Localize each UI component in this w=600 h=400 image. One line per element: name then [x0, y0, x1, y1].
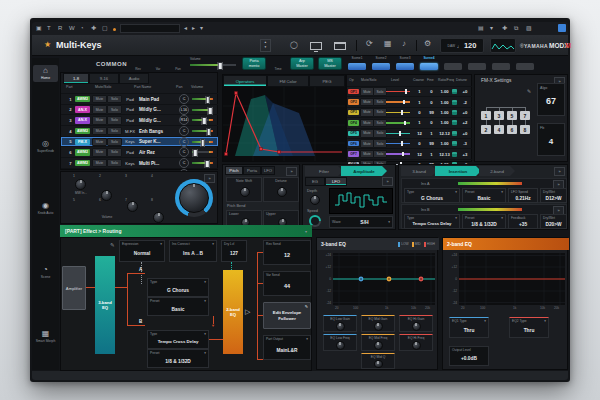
tab-amplitude[interactable]: Amplitude: [341, 166, 387, 176]
op-detune[interactable]: -3: [459, 141, 471, 146]
operator-row[interactable]: OP7MuteSolo12112.13+3: [347, 148, 472, 158]
op-fine[interactable]: 0: [426, 89, 437, 94]
op-mute-button[interactable]: Mute: [360, 108, 374, 117]
op-mute-button[interactable]: Mute: [360, 87, 374, 96]
tab-porta[interactable]: Porta: [243, 166, 261, 175]
sync-icon[interactable]: ⟳: [366, 40, 373, 48]
op-coarse[interactable]: 1: [413, 120, 426, 125]
op-mute-button[interactable]: Mute: [360, 119, 374, 128]
feedback-value[interactable]: 4: [538, 137, 564, 146]
preset-name-box[interactable]: [120, 24, 180, 33]
pan-value[interactable]: L16: [179, 105, 189, 115]
scene-button-4[interactable]: [420, 63, 438, 70]
tab-lfo[interactable]: LFO: [325, 177, 347, 186]
op-detune[interactable]: +3: [459, 152, 471, 157]
part-row[interactable]: 7AWM2MuteSoloKeysMulti Pi...C: [61, 157, 218, 168]
activate-icon[interactable]: ▣: [36, 25, 42, 31]
op-fine[interactable]: 0: [426, 100, 437, 105]
tab-parts-1-8[interactable]: 1-8: [63, 73, 89, 84]
routing-icon[interactable]: ⧉: [514, 25, 518, 31]
pitch-detune-knob[interactable]: [277, 187, 287, 197]
solo-button[interactable]: Solo: [107, 105, 122, 114]
eq-hi-gain-cell[interactable]: EQ Hi Gain: [399, 315, 433, 332]
sidebar-item-knob-auto[interactable]: ◉Knob Auto: [33, 202, 58, 215]
part-volume-slider[interactable]: [192, 98, 213, 100]
ratio-mode-badge[interactable]: [452, 131, 457, 136]
pan-value[interactable]: C: [179, 158, 189, 168]
ins-a-preset[interactable]: Basic: [463, 195, 505, 202]
op-solo-button[interactable]: Solo: [373, 98, 387, 107]
ms-master-button[interactable]: MSMaster: [318, 57, 342, 70]
operator-row[interactable]: OP2MuteSolo101.00-2: [347, 96, 472, 106]
op-solo-button[interactable]: Solo: [373, 108, 387, 117]
routing-a-type-select[interactable]: TypeG Chorus: [147, 278, 209, 297]
collapse-caret-icon[interactable]: [305, 229, 307, 234]
mute-button[interactable]: Mute: [92, 95, 107, 104]
performance-spinner[interactable]: ▴▾: [260, 39, 271, 52]
scene-button-6[interactable]: [468, 63, 486, 70]
solo-button[interactable]: Solo: [107, 127, 122, 136]
portamento-button[interactable]: Portamento: [242, 57, 266, 70]
gear-icon[interactable]: ⚙: [424, 40, 431, 48]
scene-button-7[interactable]: [492, 63, 510, 70]
ins-b-type[interactable]: Tempo Cross Delay: [405, 221, 459, 228]
solo-button[interactable]: Solo: [107, 159, 122, 168]
preset-menu-icon[interactable]: ▾: [200, 25, 203, 31]
part-volume-slider[interactable]: [192, 162, 213, 164]
op-detune[interactable]: +0: [459, 110, 471, 115]
op-mute-button[interactable]: Mute: [360, 150, 374, 159]
op-level-slider[interactable]: [386, 143, 410, 145]
tab-operators[interactable]: Operators: [223, 75, 267, 87]
arpeggio-icon[interactable]: ♪: [402, 40, 406, 48]
scene-button-2[interactable]: [372, 63, 390, 70]
ratio-mode-badge[interactable]: [452, 141, 457, 146]
lfo-wave-select[interactable]: Wave S/H: [329, 216, 393, 228]
op-solo-button[interactable]: Solo: [373, 129, 387, 138]
part-volume-slider[interactable]: [192, 130, 213, 132]
expand-icon[interactable]: ✚: [502, 25, 507, 31]
assign-knob-3[interactable]: [127, 201, 138, 212]
tab-pitch-lfo[interactable]: LFO: [261, 166, 275, 175]
op-coarse[interactable]: 0: [413, 141, 426, 146]
tab-2band[interactable]: 2-band: [479, 166, 515, 176]
expression-select[interactable]: ExpressionNormal: [119, 240, 165, 262]
eq1-type-select[interactable]: EQ1 TypeThru: [449, 317, 489, 338]
monitor-icon[interactable]: [310, 42, 322, 50]
part-row-selected[interactable]: 5FM-XMuteSoloKeysSuper K...C: [61, 136, 218, 147]
part-volume-slider[interactable]: [192, 109, 213, 111]
op-level-slider[interactable]: [386, 112, 410, 114]
grid-icon[interactable]: ▨: [526, 25, 532, 31]
eq-low-freq-cell[interactable]: EQ Low Freq: [323, 334, 357, 351]
expand-panel-icon[interactable]: »: [286, 167, 297, 176]
ratio-mode-badge[interactable]: [452, 100, 457, 105]
history-icon[interactable]: ◔: [80, 25, 84, 31]
mute-button[interactable]: Mute: [92, 105, 107, 114]
ins-connect-select[interactable]: Ins ConnectIns A→B: [169, 240, 217, 262]
eq-low-gain-cell[interactable]: EQ Low Gain: [323, 315, 357, 332]
feedback-box[interactable]: Fb 4: [537, 123, 565, 156]
part-row[interactable]: 1AWM2MuteSoloPadMain PadC: [61, 93, 218, 104]
op-detune[interactable]: +0: [459, 131, 471, 136]
accent-square[interactable]: [558, 24, 566, 32]
op-fine[interactable]: 0: [426, 120, 437, 125]
eq-mid-freq-cell[interactable]: EQ Mid Freq: [361, 334, 395, 351]
assign-knob-1[interactable]: [75, 179, 86, 190]
compare-icon[interactable]: ◯: [290, 41, 298, 48]
tab-parts-9-16[interactable]: 9-16: [89, 73, 119, 84]
eq2-curve-display[interactable]: [459, 253, 565, 305]
expand-panel-icon[interactable]: »: [382, 177, 393, 186]
routing-2band-eq-box[interactable]: 2-bandEQ: [223, 270, 243, 354]
op-ratio[interactable]: 1.00: [437, 110, 452, 115]
output-level-box[interactable]: Output Level+0.0dB: [449, 346, 489, 366]
write-automation-icon[interactable]: W: [69, 25, 75, 31]
algo-value[interactable]: 67: [538, 96, 564, 106]
op-level-slider[interactable]: [386, 122, 410, 124]
scene-button-8[interactable]: [516, 63, 534, 70]
lfo-depth-knob[interactable]: [310, 195, 320, 205]
sidebar-item-superknob[interactable]: ◎SuperKnob: [33, 140, 58, 153]
op-solo-button[interactable]: Solo: [373, 87, 387, 96]
assign-knob-2[interactable]: [101, 190, 112, 201]
tab-insertion[interactable]: Insertion: [435, 166, 481, 176]
scene-button-5[interactable]: [444, 63, 462, 70]
op-level-slider[interactable]: [386, 133, 410, 135]
